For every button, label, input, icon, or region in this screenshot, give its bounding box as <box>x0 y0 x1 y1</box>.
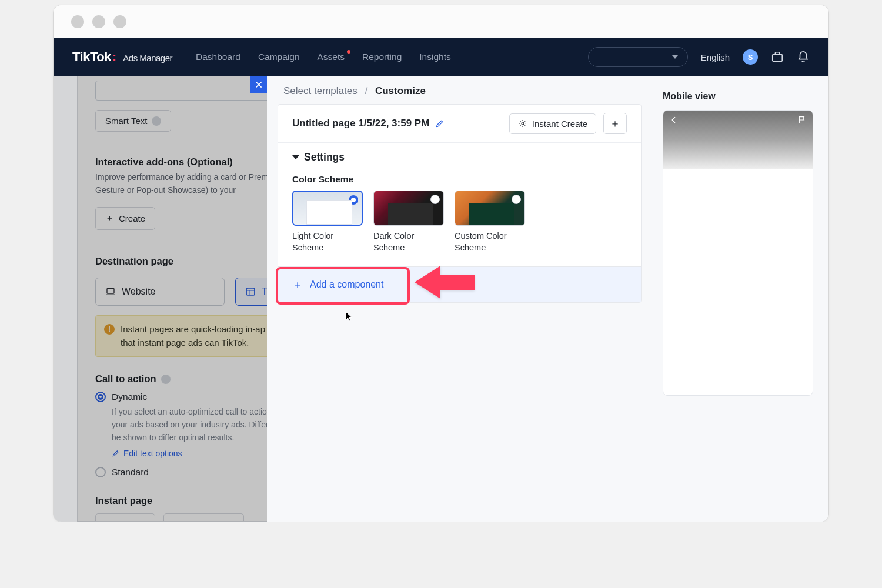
color-scheme-custom[interactable]: Custom Color Scheme <box>455 191 525 253</box>
magic-wand-icon <box>518 119 527 128</box>
svg-rect-0 <box>773 54 783 61</box>
instant-create-label: Instant Create <box>532 119 587 129</box>
color-scheme-light[interactable]: Light Color Scheme <box>292 191 363 253</box>
color-scheme-dark[interactable]: Dark Color Scheme <box>373 191 444 253</box>
workspace: Smart Text Interactive add-ons (Optional… <box>54 76 828 522</box>
instant-create-button[interactable]: Instant Create <box>509 113 596 134</box>
radio-off-icon <box>430 195 440 204</box>
settings-label: Settings <box>304 151 345 163</box>
nav-assets[interactable]: Assets <box>318 52 345 62</box>
nav-dashboard[interactable]: Dashboard <box>196 52 240 62</box>
traffic-light-close[interactable] <box>71 15 84 28</box>
breadcrumb-separator: / <box>365 85 368 96</box>
plus-icon: ＋ <box>292 278 303 292</box>
mouse-cursor-icon <box>345 311 353 322</box>
add-component-label: Add a component <box>310 279 383 290</box>
svg-point-3 <box>522 122 524 125</box>
briefcase-icon[interactable] <box>771 51 784 64</box>
account-selector[interactable] <box>588 47 688 67</box>
radio-on-icon <box>349 195 358 205</box>
language-switch[interactable]: English <box>701 52 730 62</box>
nav-campaign[interactable]: Campaign <box>258 52 300 62</box>
settings-section-toggle[interactable]: Settings <box>292 151 627 163</box>
traffic-light-min[interactable] <box>92 15 105 28</box>
color-scheme-title: Color Scheme <box>292 174 627 185</box>
scheme-custom-label: Custom Color Scheme <box>455 230 525 253</box>
logo-subtext: Ads Manager <box>123 53 172 63</box>
mobile-preview-frame <box>663 110 813 396</box>
preview-column: Mobile view <box>652 76 828 522</box>
window-titlebar <box>54 5 828 38</box>
caret-down-icon <box>292 155 299 159</box>
flag-icon[interactable] <box>797 115 807 125</box>
page-title: Untitled page 1/5/22, 3:59 PM <box>292 118 429 129</box>
add-card-button[interactable]: ＋ <box>603 113 627 134</box>
scheme-light-label: Light Color Scheme <box>292 230 363 253</box>
app-header: TikTok: Ads Manager Dashboard Campaign A… <box>54 38 828 76</box>
breadcrumb-current: Customize <box>375 85 426 96</box>
back-icon[interactable] <box>669 115 679 125</box>
customize-drawer: Select templates / Customize Untitled pa… <box>267 76 828 522</box>
radio-off-icon <box>512 195 521 204</box>
pencil-icon <box>435 119 445 128</box>
scheme-dark-label: Dark Color Scheme <box>373 230 444 253</box>
breadcrumb-prev[interactable]: Select templates <box>283 85 358 96</box>
annotation-arrow <box>412 262 477 303</box>
bell-icon[interactable] <box>797 51 810 64</box>
header-right: English S <box>588 47 810 67</box>
main-nav: Dashboard Campaign Assets Reporting Insi… <box>196 52 451 62</box>
nav-insights[interactable]: Insights <box>419 52 450 62</box>
traffic-light-max[interactable] <box>113 15 126 28</box>
close-drawer-button[interactable] <box>250 76 268 93</box>
browser-window: TikTok: Ads Manager Dashboard Campaign A… <box>53 5 829 522</box>
modal-backdrop <box>54 76 267 522</box>
plus-icon: ＋ <box>610 118 620 129</box>
app-logo: TikTok: Ads Manager <box>72 49 172 65</box>
nav-reporting[interactable]: Reporting <box>362 52 402 62</box>
close-icon <box>254 80 263 89</box>
user-avatar[interactable]: S <box>743 49 758 65</box>
edit-title-button[interactable] <box>435 119 445 128</box>
preview-title: Mobile view <box>663 91 818 102</box>
logo-text: TikTok <box>72 49 111 64</box>
breadcrumb: Select templates / Customize <box>267 76 652 104</box>
